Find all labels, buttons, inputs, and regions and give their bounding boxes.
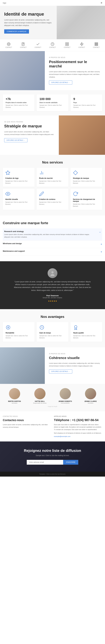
team-card-1: HATTIE BALL Responsable de bureau	[28, 388, 52, 404]
accordion-open-icon-2[interactable]: +	[101, 250, 102, 254]
accordion-title: Construire une marque forte	[3, 221, 102, 225]
team-role-3: Secrétaire	[79, 402, 102, 404]
accordion-item-title-1: Wireframe and design	[3, 242, 22, 244]
service-title-2: Stratégie de marque	[73, 177, 100, 179]
accordion-item-1[interactable]: Wireframe and design +	[3, 240, 102, 248]
avantage-card-0: Rentabilité Sample text. Click to select…	[3, 322, 35, 342]
strategy-cta-button[interactable]: EXPLOREZ LES DÉTAILS →	[4, 138, 27, 142]
strategy-description: Lorem ipsum dolor sit amet, consectetur …	[4, 130, 55, 136]
svg-rect-10	[68, 44, 69, 46]
svg-rect-19	[96, 45, 97, 46]
grid2-icon	[94, 42, 98, 46]
footer: Template • Click to select the text Elem…	[0, 472, 105, 476]
service-desc-4[interactable]: Sample text. Click to select the Text El…	[39, 201, 66, 205]
avantage-desc-1[interactable]: Sample text. Click to select the Text El…	[39, 335, 66, 339]
testimonial-avatar	[48, 268, 57, 278]
contact-section: CONTACTEZ-NOUS Contactez-nous Lorem ipsu…	[0, 412, 105, 442]
service-desc-3[interactable]: Sample text. Click to select the Text El…	[5, 201, 32, 205]
service-desc-2[interactable]: Sample text. Click to select the Text El…	[73, 180, 100, 184]
svg-marker-11	[80, 42, 83, 46]
services-title: Nos services	[3, 160, 102, 164]
service-title-5: Services de changement de marque	[73, 198, 100, 202]
stat-desc-1[interactable]: Sample text. Click to select the Text El…	[39, 104, 66, 108]
hero-cta-button[interactable]: COMMENCER LA MARQUE	[4, 29, 29, 34]
hero-section: Identité de marque Lorem ipsum dolor sit…	[0, 6, 105, 39]
navbar: logo ≡	[0, 0, 105, 6]
coherence-image	[0, 347, 45, 384]
hero-title: Identité de marque	[4, 12, 52, 17]
service-desc-5[interactable]: Sample text. Click to select the Text El…	[73, 203, 100, 207]
service-title-4: Création de contenu	[39, 198, 66, 200]
grid-icon	[65, 42, 69, 46]
contact-right-label: APPELEZ-NOUS	[54, 416, 102, 417]
accordion-item-2[interactable]: Maintenance and support +	[3, 248, 102, 256]
contact-phone: Téléphone : +1 (324) 987-56-54	[54, 418, 102, 422]
avantages-title: Nos avantages	[3, 315, 102, 319]
svg-point-26	[7, 193, 8, 194]
svg-rect-16	[96, 44, 97, 44]
icon-item-4[interactable]: CONTACT	[64, 42, 70, 48]
strategy-text-block: CE QUE NOUS FAISONS Stratégie de marque …	[0, 116, 59, 155]
strategy-label: CE QUE NOUS FAISONS	[4, 121, 55, 122]
avantage-card-2: Haute qualité Sample text. Click to sele…	[70, 322, 102, 342]
icon-item-5[interactable]: CONTACT	[78, 42, 85, 48]
hero-text-block: Identité de marque Lorem ipsum dolor sit…	[0, 6, 57, 39]
service-card-0: Création de logo Sample text. Click to s…	[3, 168, 35, 187]
book-icon	[21, 42, 25, 46]
newsletter-email-input[interactable]	[27, 460, 63, 465]
menu-icon[interactable]: ≡	[101, 2, 102, 4]
contact-right-block: APPELEZ-NOUS Téléphone : +1 (324) 987-56…	[54, 416, 102, 437]
service-title-1: Étude de marché	[39, 177, 66, 179]
avantage-desc-0[interactable]: Sample text. Click to select the Text El…	[5, 335, 32, 339]
avantages-grid: Rentabilité Sample text. Click to select…	[3, 322, 102, 342]
svg-rect-9	[66, 44, 67, 46]
stat-desc-0[interactable]: Sample text. Click to select the Text El…	[5, 104, 32, 108]
chart-icon	[39, 170, 44, 175]
service-title-3: Identité visuelle	[5, 198, 32, 200]
icon-item-0[interactable]: CONTACT	[5, 42, 12, 48]
icon-item-2[interactable]: CONTACT	[35, 42, 41, 48]
svg-rect-12	[95, 42, 96, 43]
about-title: Positionnement sur le marché	[49, 60, 101, 68]
team-avatar-3	[85, 388, 96, 399]
service-desc-1[interactable]: Sample text. Click to select the Text El…	[39, 180, 66, 184]
svg-rect-7	[66, 42, 67, 44]
svg-point-31	[75, 326, 77, 328]
contact-left-label: CONTACTEZ-NOUS	[3, 416, 51, 417]
avantage-card-1: Gain de temps Sample text. Click to sele…	[37, 322, 68, 342]
icon-item-1[interactable]: CONTACT	[20, 42, 27, 48]
stat-value-1: 100 000	[39, 97, 66, 101]
team-avatar-0	[9, 388, 20, 399]
stat-card-1: 100 000 Dans le monde satisfaits Sample …	[37, 94, 68, 111]
about-cta-button[interactable]: EXPLOREZ LES DÉTAILS →	[49, 80, 72, 84]
icon-item-3[interactable]: CONTACT	[49, 42, 56, 48]
testimonial-text: "Lorem ipsum dolor sit amet, consecr adi…	[13, 280, 92, 292]
accordion-item-0[interactable]: Research and strategy Lorem ipsum dolor …	[3, 228, 102, 240]
service-desc-0[interactable]: Sample text. Click to select the Text El…	[5, 180, 32, 184]
service-card-2: Stratégie de marque Sample text. Click t…	[70, 168, 102, 187]
avantage-title-0: Rentabilité	[5, 332, 32, 334]
strategy-section: CE QUE NOUS FAISONS Stratégie de marque …	[0, 116, 105, 155]
about-section: À PROPOS DE NOUS Positionnement sur le m…	[0, 51, 105, 90]
coherence-cta-button[interactable]: EXPLOREZ LES DÉTAILS →	[49, 370, 72, 374]
newsletter-section: Rejoignez notre liste de diffusion Sampl…	[0, 442, 105, 472]
svg-rect-8	[68, 42, 69, 44]
clock2-icon	[39, 325, 44, 330]
avantage-desc-2[interactable]: Sample text. Click to select the Text El…	[73, 335, 100, 339]
icon-item-6[interactable]: CONTACT	[93, 42, 100, 48]
icon-label-5: CONTACT	[78, 47, 85, 48]
newsletter-form: S'INSCRIRE	[3, 460, 102, 465]
svg-rect-20	[97, 45, 98, 46]
accordion-item-title-0: Research and strategy	[4, 230, 99, 232]
check-icon	[36, 42, 40, 46]
stat-desc-2[interactable]: Sample text. Click to select the Text El…	[73, 104, 100, 108]
stat-value-0: +7k	[5, 97, 32, 101]
testimonial-name: Paul Swanson	[3, 294, 102, 297]
newsletter-submit-button[interactable]: S'INSCRIRE	[63, 460, 78, 465]
avantage-title-1: Gain de temps	[39, 332, 66, 334]
contact-email[interactable]: example@exemple.com	[54, 436, 102, 437]
accordion-close-icon-0[interactable]: −	[99, 231, 101, 234]
accordion-open-icon-1[interactable]: +	[101, 243, 102, 246]
testimonial-stars: ★★★★★	[3, 300, 102, 302]
avatar-icon	[50, 270, 55, 276]
